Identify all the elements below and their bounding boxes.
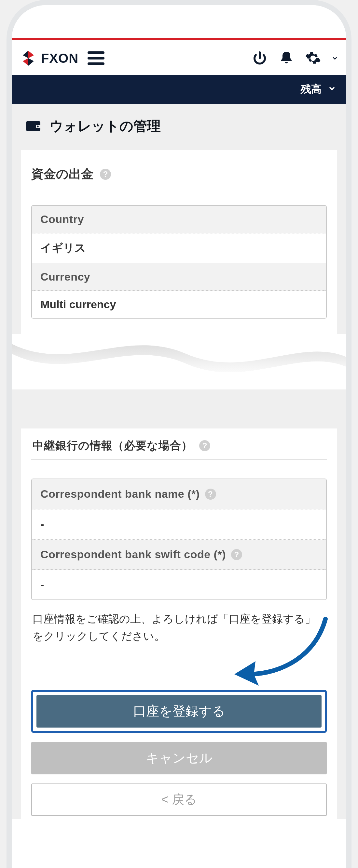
- correspondent-bank-name-label: Correspondent bank name (*) ?: [32, 479, 326, 509]
- balance-toggle[interactable]: 残高: [12, 75, 346, 104]
- svg-point-2: [37, 125, 39, 127]
- gear-icon[interactable]: [305, 50, 322, 67]
- back-button[interactable]: < 戻る: [31, 783, 327, 816]
- correspondent-title-row: 中継銀行の情報（必要な場合） ?: [31, 432, 327, 460]
- phone-frame: FXON: [6, 0, 352, 868]
- phone-mockup: FXON: [0, 0, 358, 868]
- register-account-button[interactable]: 口座を登録する: [36, 695, 322, 727]
- screen: FXON: [12, 5, 346, 868]
- withdrawal-card: 資金の出金 ? Country イギリス Currency Multi curr…: [21, 150, 337, 336]
- correspondent-swift-label: Correspondent bank swift code (*) ?: [32, 540, 326, 570]
- brand-accent-line: [12, 38, 346, 40]
- callout-arrow: [31, 645, 327, 684]
- app-header: FXON: [12, 40, 346, 75]
- correspondent-bank-name-label-text: Correspondent bank name (*): [40, 488, 200, 500]
- help-icon[interactable]: ?: [231, 549, 242, 560]
- correspondent-title: 中継銀行の情報（必要な場合）: [32, 438, 193, 453]
- page-title: ウォレットの管理: [50, 117, 161, 135]
- header-right: [251, 50, 338, 67]
- currency-value: Multi currency: [32, 291, 326, 318]
- section-title-row: 資金の出金 ?: [31, 166, 327, 182]
- country-value: イギリス: [32, 234, 326, 263]
- section-title: 資金の出金: [31, 166, 93, 182]
- balance-label: 残高: [301, 82, 322, 97]
- content-area: ウォレットの管理 資金の出金 ? Country イギリス Currency M…: [12, 104, 346, 819]
- brand-logo-text: FXON: [41, 51, 78, 66]
- correspondent-swift-value: -: [32, 570, 326, 599]
- help-icon[interactable]: ?: [100, 169, 111, 180]
- correspondent-bank-name-value: -: [32, 509, 326, 540]
- help-icon[interactable]: ?: [199, 440, 210, 451]
- menu-button[interactable]: [87, 51, 105, 65]
- correspondent-swift-label-text: Correspondent bank swift code (*): [40, 548, 226, 561]
- wallet-icon: [25, 120, 41, 133]
- power-icon[interactable]: [251, 50, 268, 67]
- page-title-row: ウォレットの管理: [12, 104, 346, 150]
- correspondent-card: 中継銀行の情報（必要な場合） ? Correspondent bank name…: [21, 429, 337, 819]
- country-label: Country: [32, 206, 326, 234]
- header-left: FXON: [20, 50, 105, 67]
- brand-logo-mark: [20, 50, 37, 67]
- chevron-down-icon[interactable]: [331, 55, 338, 62]
- brand-logo[interactable]: FXON: [20, 50, 78, 67]
- account-details-box: Country イギリス Currency Multi currency: [31, 205, 327, 318]
- chevron-down-icon: [327, 84, 336, 96]
- help-icon[interactable]: ?: [205, 489, 216, 500]
- content-truncated-indicator: [12, 334, 346, 390]
- bell-icon[interactable]: [278, 50, 295, 67]
- register-button-highlight: 口座を登録する: [31, 690, 327, 733]
- correspondent-box: Correspondent bank name (*) ? - Correspo…: [31, 478, 327, 600]
- cancel-button[interactable]: キャンセル: [31, 742, 327, 774]
- currency-label: Currency: [32, 263, 326, 291]
